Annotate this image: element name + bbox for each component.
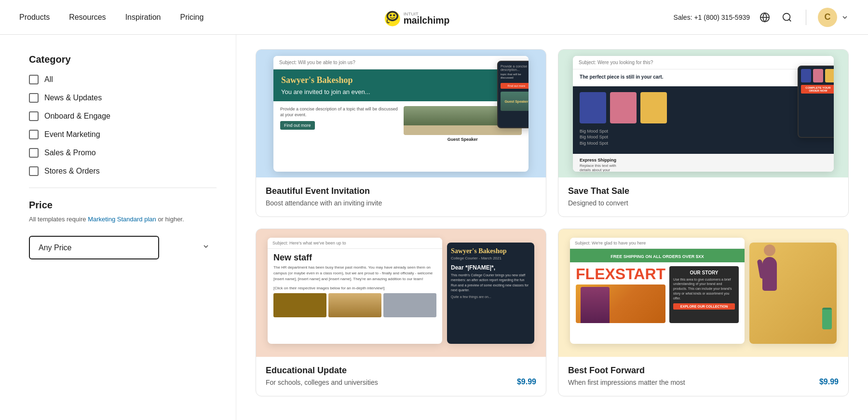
dear-text: Dear *|FNAME|*, xyxy=(451,264,530,271)
filter-news-updates[interactable]: News & Updates xyxy=(29,93,217,103)
cards-grid: Subject: Will you be able to join us? Sa… xyxy=(256,49,849,396)
price-select[interactable]: Any Price $9.99 Free xyxy=(29,236,159,259)
globe-icon xyxy=(760,12,770,23)
newsletter-body-edu: The HR department has been busy these pa… xyxy=(273,265,436,282)
filter-onboard-engage-label: Onboard & Engage xyxy=(44,112,110,121)
svg-point-9 xyxy=(783,13,790,20)
nav-resources[interactable]: Resources xyxy=(69,13,106,22)
filter-event-marketing-label: Event Marketing xyxy=(44,130,100,139)
card-title-flex: Best Foot Forward xyxy=(568,366,685,376)
filter-news-updates-label: News & Updates xyxy=(44,94,102,102)
card-image-flex: Subject: We're glad to have you here FRE… xyxy=(558,229,848,357)
card-desc-event: Boost attendance with an inviting invite xyxy=(266,199,536,207)
preview-side-edu: Sawyer's Bakeshop College Courier - Marc… xyxy=(447,243,534,344)
filter-all[interactable]: All xyxy=(29,75,217,84)
filter-stores-orders[interactable]: Stores & Orders xyxy=(29,166,217,176)
double-preview-flex: Subject: We're glad to have you here FRE… xyxy=(570,238,837,349)
filter-event-marketing[interactable]: Event Marketing xyxy=(29,130,217,139)
nav-inspiration[interactable]: Inspiration xyxy=(125,13,161,22)
sales-number: Sales: +1 (800) 315-5939 xyxy=(674,14,750,21)
checkbox-sales-promo[interactable] xyxy=(29,148,39,158)
card-title-event: Beautiful Event Invitation xyxy=(266,186,536,196)
price-chevron-icon xyxy=(202,243,210,252)
svg-text:mailchimp: mailchimp xyxy=(404,15,450,26)
nav-products[interactable]: Products xyxy=(19,13,50,22)
primary-nav: Products Resources Inspiration Pricing xyxy=(19,13,203,22)
card-info-edu: Educational Update For schools, colleges… xyxy=(256,357,546,396)
svg-point-3 xyxy=(390,14,392,16)
filter-all-label: All xyxy=(44,75,53,84)
filter-onboard-engage[interactable]: Onboard & Engage xyxy=(29,111,217,121)
marketing-plan-link[interactable]: Marketing Standard plan xyxy=(88,216,156,223)
card-info-event: Beautiful Event Invitation Boost attenda… xyxy=(256,177,546,217)
preview-main-flex: Subject: We're glad to have you here FRE… xyxy=(570,238,745,344)
checkbox-stores-orders[interactable] xyxy=(29,166,39,176)
account-button[interactable]: C xyxy=(818,8,849,27)
email-header-event: Subject: Will you be able to join us? xyxy=(273,56,529,69)
search-icon xyxy=(782,12,792,23)
preview-main-edu: Subject: Here's what we've been up to Ne… xyxy=(268,238,442,344)
email-preview-event: Subject: Will you be able to join us? Sa… xyxy=(273,56,529,172)
card-title-sale: Save That Sale xyxy=(568,186,839,196)
site-header: Products Resources Inspiration Pricing I… xyxy=(0,0,868,35)
card-best-foot-forward[interactable]: Subject: We're glad to have you here FRE… xyxy=(558,229,849,396)
logo[interactable]: INTUIT mailchimp xyxy=(383,7,485,28)
main-content: Subject: Will you be able to join us? Sa… xyxy=(236,35,868,420)
preview-side-flex xyxy=(749,243,837,344)
svg-line-10 xyxy=(789,19,791,21)
card-info-sale: Save That Sale Designed to convert xyxy=(558,177,848,217)
chevron-down-icon xyxy=(841,14,849,21)
svg-point-4 xyxy=(393,14,395,16)
price-title: Price xyxy=(29,200,217,211)
card-beautiful-event-invitation[interactable]: Subject: Will you be able to join us? Sa… xyxy=(256,49,546,217)
flex-story-panel: OUR STORY Use this area to give customer… xyxy=(669,266,739,323)
flex-banner: FREE SHIPPING ON ALL ORDERS OVER $XX xyxy=(570,249,745,262)
sidebar: Category All News & Updates Onboard & En… xyxy=(0,35,236,420)
header-divider xyxy=(806,10,806,25)
flex-logo: FLEXSTART xyxy=(576,266,665,282)
newsletter-title-edu: New staff xyxy=(273,253,436,263)
main-layout: Category All News & Updates Onboard & En… xyxy=(0,35,868,420)
newsletter-cta-edu: [Click on their respective images below … xyxy=(273,286,436,290)
card-info-flex: Best Foot Forward When first impressions… xyxy=(558,357,848,396)
card-image-edu: Subject: Here's what we've been up to Ne… xyxy=(256,229,546,357)
checkbox-onboard-engage[interactable] xyxy=(29,111,39,121)
avatar: C xyxy=(818,8,837,27)
header-right: Sales: +1 (800) 315-5939 C xyxy=(674,8,849,27)
card-image-event: Subject: Will you be able to join us? Sa… xyxy=(256,50,546,177)
sawyer-name: Sawyer's Bakeshop xyxy=(451,247,530,255)
bakeshop-title: Sawyer's Bakeshop xyxy=(281,75,521,85)
bakeshop-invite: You are invited to join an even... xyxy=(281,88,521,95)
nav-pricing[interactable]: Pricing xyxy=(180,13,203,22)
checkbox-news-updates[interactable] xyxy=(29,93,39,103)
newsletter-images-edu xyxy=(273,293,436,317)
card-price-flex: $9.99 xyxy=(819,378,839,386)
price-note: All templates require Marketing Standard… xyxy=(29,215,217,224)
price-select-wrap: Any Price $9.99 Free xyxy=(29,236,217,259)
dear-body: This month's College Courier brings you … xyxy=(451,273,530,293)
sidebar-divider xyxy=(29,188,217,188)
checkbox-event-marketing[interactable] xyxy=(29,130,39,139)
card-desc-flex: When first impressions matter the most xyxy=(568,379,685,386)
card-price-edu: $9.99 xyxy=(517,378,536,386)
filter-sales-promo-label: Sales & Promo xyxy=(44,149,96,157)
search-button[interactable] xyxy=(780,10,794,25)
card-save-that-sale[interactable]: Subject: Were you looking for this? The … xyxy=(558,49,849,217)
email-subject-flex: Subject: We're glad to have you here xyxy=(570,238,745,249)
email-header-sale: Subject: Were you looking for this? xyxy=(573,56,834,69)
card-image-sale: Subject: Were you looking for this? The … xyxy=(558,50,848,177)
globe-button[interactable] xyxy=(758,10,772,25)
email-preview-sale: Subject: Were you looking for this? The … xyxy=(573,56,834,172)
email-subject-edu: Subject: Here's what we've been up to xyxy=(268,238,442,249)
filter-sales-promo[interactable]: Sales & Promo xyxy=(29,148,217,158)
card-educational-update[interactable]: Subject: Here's what we've been up to Ne… xyxy=(256,229,546,396)
category-title: Category xyxy=(29,54,217,65)
flex-main-content: FLEXSTART OUR STORY Use this area to giv… xyxy=(570,262,745,327)
card-desc-sale: Designed to convert xyxy=(568,199,839,207)
double-preview-edu: Subject: Here's what we've been up to Ne… xyxy=(268,238,534,349)
card-title-edu: Educational Update xyxy=(266,366,378,376)
card-footer-edu: Educational Update For schools, colleges… xyxy=(266,366,536,386)
filter-stores-orders-label: Stores & Orders xyxy=(44,167,100,176)
checkbox-all[interactable] xyxy=(29,75,39,84)
sawyer-sub: College Courier - March 2021 xyxy=(451,256,530,260)
